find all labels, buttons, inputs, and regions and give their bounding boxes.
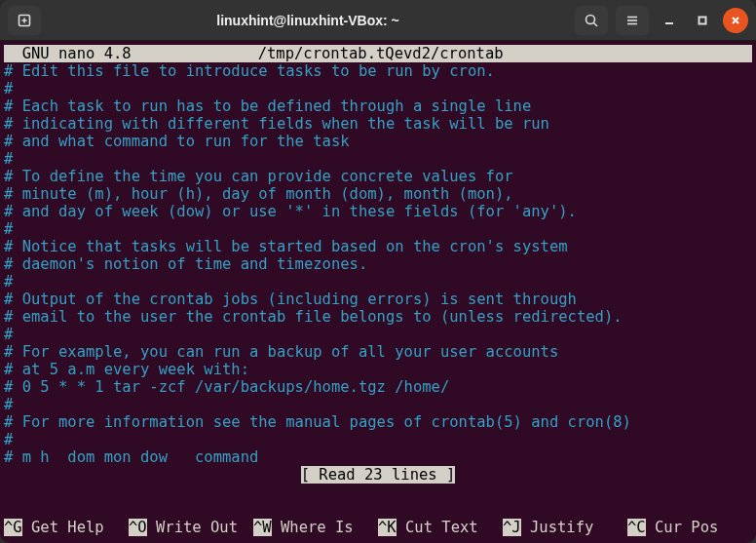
shortcut-label: Justify (521, 519, 594, 536)
editor-line: # (4, 396, 752, 413)
shortcut-item: ^J Justify (503, 519, 627, 536)
editor-line: # Output of the crontab jobs (including … (4, 291, 752, 308)
shortcut-label: Where Is (272, 519, 354, 536)
nano-file-path: /tmp/crontab.tQevd2/crontab (132, 45, 752, 62)
shortcut-key: ^O (129, 519, 147, 536)
shortcut-item: ^C Cur Pos (627, 519, 752, 536)
editor-line: # (4, 150, 752, 168)
editor-line: # daemon's notion of time and timezones. (4, 255, 752, 273)
new-tab-button[interactable] (8, 6, 41, 35)
editor-line: # 0 5 * * 1 tar -zcf /var/backups/home.t… (4, 378, 752, 396)
editor-line: # Notice that tasks will be started base… (4, 238, 752, 255)
svg-line-4 (594, 22, 598, 26)
editor-line: # (4, 273, 752, 291)
nano-shortcuts: ^G Get Help^O Write Out^W Where Is^K Cut… (4, 484, 752, 543)
editor-line: # (4, 431, 752, 448)
editor-line: # indicating with different fields when … (4, 115, 752, 133)
shortcut-key: ^K (378, 519, 397, 536)
shortcut-key: ^C (627, 519, 646, 536)
search-button[interactable] (575, 6, 608, 35)
nano-status: [ Read 23 lines ] (4, 466, 752, 484)
minimize-button[interactable] (657, 8, 682, 33)
menu-button[interactable] (616, 6, 649, 35)
editor-line: # minute (m), hour (h), day of month (do… (4, 185, 752, 203)
editor-line: # and day of week (dow) or use '*' in th… (4, 203, 752, 220)
nano-app-label: GNU nano 4.8 (4, 45, 132, 62)
svg-point-3 (586, 15, 595, 23)
shortcut-label: Cur Pos (646, 519, 719, 536)
editor-line: # (4, 220, 752, 238)
shortcut-label: Get Help (22, 519, 104, 536)
minimize-icon (663, 15, 675, 26)
editor-line: # (4, 326, 752, 343)
maximize-button[interactable] (690, 8, 715, 33)
terminal-window: linuxhint@linuxhint-VBox: ~ GNU nano 4.8… (0, 0, 756, 543)
editor-line: # For example, you can run a backup of a… (4, 343, 752, 361)
search-icon (584, 13, 599, 28)
editor-line: # email to the user the crontab file bel… (4, 308, 752, 326)
shortcut-item: ^O Write Out (129, 519, 253, 536)
titlebar: linuxhint@linuxhint-VBox: ~ (0, 0, 756, 41)
shortcut-key: ^J (503, 519, 521, 536)
editor-content[interactable]: # Edit this file to introduce tasks to b… (4, 62, 752, 466)
close-icon (730, 15, 741, 26)
editor-line: # Each task to run has to be defined thr… (4, 97, 752, 115)
hamburger-icon (624, 13, 640, 28)
editor-line: # For more information see the manual pa… (4, 413, 752, 431)
editor-line: # To define the time you can provide con… (4, 168, 752, 185)
shortcut-label: Cut Text (397, 519, 478, 536)
terminal-area[interactable]: GNU nano 4.8 /tmp/crontab.tQevd2/crontab… (0, 41, 756, 543)
new-tab-icon (17, 13, 32, 28)
shortcut-key: ^G (4, 519, 22, 536)
shortcut-item: ^W Where Is (253, 519, 378, 536)
close-button[interactable] (723, 8, 748, 33)
shortcut-label: Write Out (147, 519, 238, 536)
editor-line: # (4, 80, 752, 97)
shortcut-item: ^K Cut Text (378, 519, 503, 536)
shortcut-key: ^W (253, 519, 272, 536)
editor-line: # m h dom mon dow command (4, 448, 752, 466)
shortcut-item: ^G Get Help (4, 519, 129, 536)
maximize-icon (697, 15, 708, 26)
nano-header: GNU nano 4.8 /tmp/crontab.tQevd2/crontab (4, 45, 752, 62)
editor-line: # Edit this file to introduce tasks to b… (4, 62, 752, 80)
editor-line: # and what command to run for the task (4, 133, 752, 150)
editor-line: # at 5 a.m every week with: (4, 361, 752, 378)
window-title: linuxhint@linuxhint-VBox: ~ (49, 13, 567, 28)
svg-rect-9 (699, 17, 706, 23)
